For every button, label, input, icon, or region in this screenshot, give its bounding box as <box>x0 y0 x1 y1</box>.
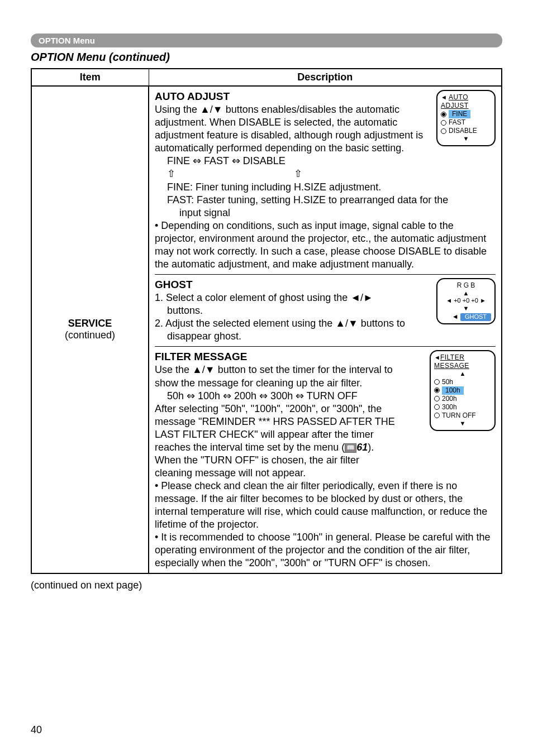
radio-icon <box>441 120 446 126</box>
filter-p2e: When the "TURN OFF" is chosen, the air f… <box>155 454 496 467</box>
osd-opt-100h: 100h <box>442 386 464 395</box>
radio-icon <box>434 404 440 410</box>
filter-bullet1: • Please check and clean the air filter … <box>155 480 496 531</box>
up-arrow-icon: ▲ <box>434 370 491 378</box>
continued-note: (continued on next page) <box>31 580 502 591</box>
down-arrow-icon: ▼ <box>434 420 491 428</box>
ghost-line2b: disappear ghost. <box>155 330 496 343</box>
radio-icon <box>434 379 440 385</box>
osd-opt-50h: 50h <box>442 378 453 386</box>
osd-title: AUTO ADJUST <box>441 93 469 109</box>
ghost-rgb: R G B <box>441 281 491 290</box>
osd-opt-disable: DISABLE <box>449 127 477 135</box>
cycle-arrows: ⇧ ⇧ <box>155 168 496 180</box>
page-ref-num: 61 <box>356 442 368 453</box>
p2d-post: ). <box>368 442 374 453</box>
up-arrow-icon: ▲ <box>441 290 491 298</box>
item-continued: (continued) <box>32 329 148 341</box>
radio-icon <box>434 413 440 418</box>
fine-desc: FINE: Finer tuning including H.SIZE adju… <box>155 181 496 194</box>
radio-icon <box>434 387 440 393</box>
osd-opt-fine: FINE <box>449 110 470 118</box>
th-item: Item <box>31 69 149 86</box>
separator <box>155 346 496 347</box>
down-arrow-icon: ▼ <box>441 305 491 313</box>
menu-pill-header: OPTION Menu <box>31 34 502 47</box>
radio-icon <box>441 128 446 134</box>
osd-opt-fast: FAST <box>449 118 465 127</box>
radio-icon <box>434 396 440 401</box>
auto-adjust-bullet: • Depending on conditions, such as input… <box>155 219 496 271</box>
filter-osd-box: ◄FILTER MESSAGE ▲ 50h 100h 200h 300h TUR… <box>430 350 496 431</box>
osd-opt-300h: 300h <box>442 403 457 412</box>
filter-bullet2: • It is recommended to choose "100h" in … <box>155 531 496 570</box>
option-table: Item Description SERVICE (continued) ◄ A… <box>31 68 502 574</box>
page-number: 40 <box>31 724 42 736</box>
osd-opt-200h: 200h <box>442 395 457 403</box>
ghost-osd-box: R G B ▲ ◄ +0 +0 +0 ► ▼ ◄ GHOST <box>436 278 496 324</box>
book-icon: 📖 <box>345 443 356 453</box>
auto-adjust-osd-box: ◄ AUTO ADJUST FINE FAST DISABLE ▼ <box>436 90 496 146</box>
osd-opt-turnoff: TURN OFF <box>442 412 476 420</box>
down-arrow-icon: ▼ <box>441 135 491 143</box>
desc-cell: ◄ AUTO ADJUST FINE FAST DISABLE ▼ AUTO A… <box>149 86 502 573</box>
filter-p2f: cleaning message will not appear. <box>155 467 496 480</box>
item-name: SERVICE <box>32 318 148 329</box>
th-desc: Description <box>149 69 502 86</box>
section-title: OPTION Menu (continued) <box>31 51 502 64</box>
radio-icon <box>441 112 446 117</box>
fast-desc-a: FAST: Faster tuning, setting H.SIZE to p… <box>155 194 496 207</box>
ghost-label: GHOST <box>460 313 491 321</box>
separator <box>155 274 496 275</box>
p2d-pre: reaches the interval time set by the men… <box>155 442 345 453</box>
fast-desc-b: input signal <box>155 207 496 219</box>
filter-p2d: reaches the interval time set by the men… <box>155 441 496 454</box>
auto-adjust-cycle: FINE ⇔ FAST ⇔ DISABLE <box>155 155 496 168</box>
ghost-vals: ◄ +0 +0 +0 ► <box>441 297 491 305</box>
osd-title: FILTER MESSAGE <box>434 353 469 370</box>
item-cell: SERVICE (continued) <box>31 86 149 573</box>
